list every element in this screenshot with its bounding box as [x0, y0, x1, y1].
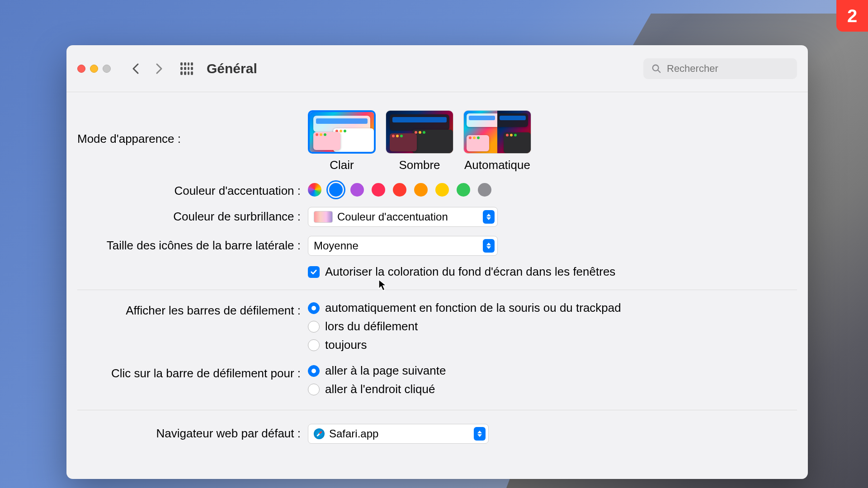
back-button[interactable] — [128, 61, 144, 77]
scrollbars-option-label: automatiquement en fonction de la souris… — [325, 301, 621, 315]
search-field[interactable] — [643, 58, 797, 79]
wallpaper-tinting-label: Autoriser la coloration du fond d'écran … — [325, 265, 615, 279]
highlight-color-popup[interactable]: Couleur d'accentuation — [308, 207, 498, 227]
scroll-click-option-label: aller à la page suivante — [325, 364, 446, 378]
search-input[interactable] — [667, 63, 789, 75]
search-icon — [651, 64, 661, 74]
sidebar-size-value: Moyenne — [314, 239, 359, 252]
highlight-preview-icon — [314, 211, 333, 223]
chevron-up-down-icon — [474, 427, 486, 441]
appearance-option-label: Clair — [308, 158, 376, 172]
appearance-option-label: Sombre — [386, 158, 453, 172]
scrollbars-option-label: toujours — [325, 338, 367, 352]
default-browser-label: Navigateur web par défaut : — [77, 424, 308, 441]
scroll-click-radio-nextpage[interactable] — [308, 365, 320, 377]
default-browser-value: Safari.app — [329, 427, 378, 440]
sidebar-size-label: Taille des icônes de la barre latérale : — [77, 236, 308, 253]
scrollbars-radio-always[interactable] — [308, 339, 320, 351]
appearance-label: Mode d'apparence : — [77, 110, 308, 146]
accent-swatch-orange[interactable] — [414, 183, 428, 197]
chevron-up-down-icon — [483, 210, 495, 224]
scrollbars-radio-auto[interactable] — [308, 302, 320, 314]
close-button[interactable] — [77, 65, 85, 73]
scrollbars-radio-scrolling[interactable] — [308, 321, 320, 333]
zoom-button — [103, 65, 111, 73]
window-title: Général — [207, 61, 257, 76]
step-badge: 2 — [836, 0, 868, 32]
safari-icon — [314, 428, 325, 439]
accent-swatch-pink[interactable] — [372, 183, 385, 197]
show-all-icon[interactable] — [180, 62, 193, 75]
accent-swatch-red[interactable] — [393, 183, 406, 197]
scroll-click-label: Clic sur la barre de défilement pour : — [77, 364, 308, 380]
accent-swatch-yellow[interactable] — [435, 183, 449, 197]
scroll-click-radio-jump[interactable] — [308, 384, 320, 395]
accent-swatch-multicolor[interactable] — [308, 183, 321, 197]
cursor-icon — [378, 279, 387, 292]
preferences-window: Général Mode d'apparence : — [66, 45, 808, 479]
scroll-click-option-label: aller à l'endroit cliqué — [325, 382, 435, 396]
accent-swatch-green[interactable] — [457, 183, 470, 197]
accent-swatch-purple[interactable] — [350, 183, 364, 197]
forward-button — [151, 61, 167, 77]
section-divider — [77, 290, 797, 290]
highlight-color-label: Couleur de surbrillance : — [77, 207, 308, 224]
appearance-option-label: Automatique — [463, 158, 531, 172]
scrollbars-label: Afficher les barres de défilement : — [77, 301, 308, 318]
title-bar: Général — [66, 45, 808, 92]
default-browser-popup[interactable]: Safari.app — [308, 424, 489, 444]
section-divider — [77, 410, 797, 410]
minimize-button[interactable] — [90, 65, 98, 73]
appearance-option-light[interactable]: Clair — [308, 110, 376, 172]
wallpaper-tinting-checkbox[interactable] — [308, 266, 320, 278]
chevron-up-down-icon — [483, 239, 495, 253]
traffic-lights — [77, 65, 111, 73]
svg-line-1 — [658, 70, 660, 72]
appearance-option-dark[interactable]: Sombre — [386, 110, 453, 172]
accent-color-label: Couleur d'accentuation : — [77, 181, 308, 198]
scrollbars-option-label: lors du défilement — [325, 319, 418, 333]
sidebar-size-popup[interactable]: Moyenne — [308, 236, 498, 256]
highlight-color-value: Couleur d'accentuation — [337, 211, 448, 223]
accent-swatch-gray[interactable] — [478, 183, 491, 197]
accent-swatch-blue[interactable] — [329, 183, 343, 197]
appearance-option-auto[interactable]: Automatique — [463, 110, 531, 172]
